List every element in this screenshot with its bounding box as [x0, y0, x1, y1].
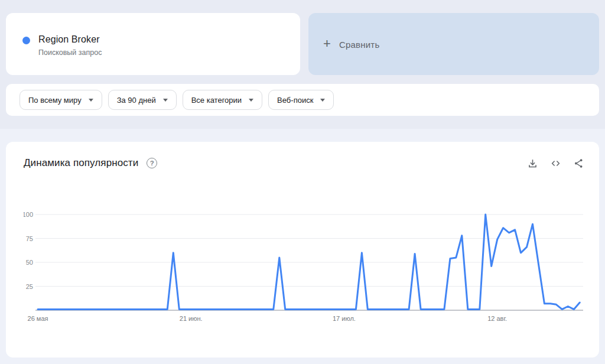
y-axis-tick-label: 100: [24, 211, 33, 218]
filter-category-label: Все категории: [191, 96, 242, 105]
chart-title: Динамика популярности: [24, 157, 138, 169]
search-term-title: Region Broker: [38, 34, 100, 45]
share-button[interactable]: [572, 157, 585, 170]
download-button[interactable]: [526, 157, 539, 170]
chevron-down-icon: [163, 99, 168, 102]
embed-button[interactable]: [549, 157, 562, 170]
download-icon: [527, 158, 538, 169]
interest-over-time-card: Динамика популярности ?: [6, 142, 599, 358]
chart-header: Динамика популярности ?: [24, 156, 585, 170]
x-axis-tick-label: 17 июл.: [333, 315, 356, 322]
y-axis-tick-label: 75: [26, 235, 33, 242]
search-term-subtitle: Поисковый запрос: [38, 48, 102, 57]
y-axis-tick-label: 50: [26, 259, 33, 266]
series-color-dot-icon: [22, 37, 30, 44]
chevron-down-icon: [249, 99, 253, 102]
trend-line-chart[interactable]: 25507510026 мая21 июн.17 июл.12 авг.: [24, 210, 585, 328]
filter-time-dropdown[interactable]: За 90 дней: [108, 90, 177, 110]
trend-polyline: [38, 214, 580, 309]
embed-icon: [550, 158, 561, 169]
plus-icon: +: [323, 37, 331, 50]
filter-region-label: По всему миру: [28, 96, 82, 105]
filter-searchtype-dropdown[interactable]: Веб-поиск: [268, 90, 334, 110]
filter-searchtype-label: Веб-поиск: [277, 96, 313, 105]
chevron-down-icon: [89, 99, 93, 102]
y-axis-tick-label: 25: [26, 283, 33, 290]
x-axis-tick-label: 21 июн.: [180, 315, 203, 322]
search-term-card[interactable]: Region Broker Поисковый запрос: [6, 13, 300, 75]
compare-label: Сравнить: [339, 39, 379, 49]
x-axis-tick-label: 26 мая: [28, 315, 48, 322]
filter-region-dropdown[interactable]: По всему миру: [19, 90, 102, 110]
filter-bar: По всему миру За 90 дней Все категории В…: [6, 84, 599, 116]
compare-add-button[interactable]: + Сравнить: [308, 13, 599, 75]
x-axis-tick-label: 12 авг.: [487, 315, 507, 322]
filter-time-label: За 90 дней: [117, 96, 156, 105]
share-icon: [573, 158, 584, 169]
filter-category-dropdown[interactable]: Все категории: [183, 90, 262, 110]
chart-actions: [526, 157, 585, 170]
help-icon[interactable]: ?: [147, 158, 157, 168]
chevron-down-icon: [320, 99, 325, 102]
